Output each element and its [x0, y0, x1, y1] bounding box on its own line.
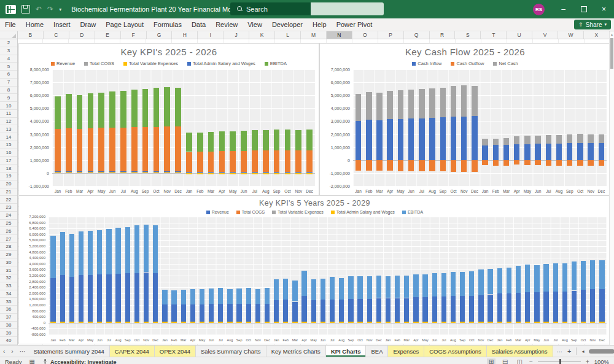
row-header-24[interactable]: 24: [0, 212, 17, 220]
column-header-R[interactable]: R: [430, 31, 456, 39]
row-header-21[interactable]: 21: [0, 188, 17, 196]
new-sheet-button[interactable]: +: [567, 347, 571, 355]
row-header-19[interactable]: 19: [0, 172, 17, 180]
row-header-4[interactable]: 4: [0, 55, 17, 63]
column-header-F[interactable]: F: [121, 31, 147, 39]
row-header-40[interactable]: 40: [0, 337, 17, 345]
column-header-G[interactable]: G: [147, 31, 173, 39]
row-header-20[interactable]: 20: [0, 180, 17, 188]
column-header-T[interactable]: T: [481, 31, 507, 39]
row-header-2[interactable]: 2: [0, 39, 17, 47]
column-header-V[interactable]: V: [532, 31, 558, 39]
column-header-L[interactable]: L: [275, 31, 301, 39]
column-header-Q[interactable]: Q: [404, 31, 430, 39]
ribbon-tab-file[interactable]: File: [0, 19, 21, 31]
row-header-3[interactable]: 3: [0, 47, 17, 55]
excel-app-icon[interactable]: [6, 5, 16, 14]
select-all-corner[interactable]: [0, 31, 18, 39]
zoom-slider[interactable]: [538, 362, 581, 362]
row-header-17[interactable]: 17: [0, 157, 17, 165]
row-header-36[interactable]: 36: [0, 306, 17, 314]
customize-qat-icon[interactable]: ▾: [59, 7, 61, 12]
ribbon-tab-page-layout[interactable]: Page Layout: [101, 19, 149, 31]
row-header-9[interactable]: 9: [0, 94, 17, 102]
sheet-tab-expenses[interactable]: Expenses: [388, 346, 424, 357]
sheet-tab-capex-2044[interactable]: CAPEX 2044: [110, 346, 155, 357]
column-header-X[interactable]: X: [584, 31, 610, 39]
row-header-10[interactable]: 10: [0, 102, 17, 110]
sheet-tab-kpi-charts[interactable]: KPI Charts: [326, 346, 367, 357]
sheet-tab-statements-summary-2044[interactable]: Statements Summary 2044: [29, 346, 110, 357]
ribbon-tab-help[interactable]: Help: [308, 19, 332, 31]
ribbon-tab-view[interactable]: View: [243, 19, 267, 31]
ribbon-tab-review[interactable]: Review: [211, 19, 243, 31]
row-header-27[interactable]: 27: [0, 235, 17, 243]
share-button[interactable]: ⇧ Share ▾: [574, 20, 611, 29]
row-header-37[interactable]: 37: [0, 314, 17, 322]
row-header-29[interactable]: 29: [0, 251, 17, 259]
row-header-35[interactable]: 35: [0, 298, 17, 306]
tab-splitter[interactable]: [576, 347, 577, 355]
column-header-D[interactable]: D: [69, 31, 95, 39]
row-header-32[interactable]: 32: [0, 274, 17, 282]
row-header-12[interactable]: 12: [0, 118, 17, 126]
column-header-U[interactable]: U: [507, 31, 532, 39]
row-header-25[interactable]: 25: [0, 220, 17, 228]
column-header-B[interactable]: B: [18, 31, 44, 39]
row-header-6[interactable]: 6: [0, 71, 17, 79]
row-header-14[interactable]: 14: [0, 133, 17, 141]
row-header-7[interactable]: 7: [0, 79, 17, 87]
column-header-H[interactable]: H: [172, 31, 198, 39]
restore-button[interactable]: [573, 0, 594, 18]
kpi-chart-5-years[interactable]: Key KPI's 5 Years 2025 - 2029RevenueTota…: [18, 195, 611, 344]
search-box[interactable]: Search: [230, 2, 384, 15]
minimize-button[interactable]: –: [553, 0, 573, 18]
horizontal-scroll-thumb[interactable]: [589, 349, 614, 354]
row-header-8[interactable]: 8: [0, 87, 17, 95]
column-header-O[interactable]: O: [352, 31, 378, 39]
page-break-view-icon[interactable]: ◫: [515, 358, 524, 364]
accessibility-status[interactable]: Accessibility: Investigate: [42, 359, 117, 364]
cash-flow-chart-2025-2026[interactable]: Key Cash Flow 2025 - 2026Cash InflowCash…: [319, 43, 611, 196]
ribbon-tab-formulas[interactable]: Formulas: [149, 19, 187, 31]
row-header-15[interactable]: 15: [0, 141, 17, 149]
column-header-N[interactable]: N: [327, 31, 352, 39]
ribbon-tab-power-pivot[interactable]: Power Pivot: [332, 19, 378, 31]
sheet-tab-sales-summary-charts[interactable]: Sales Summary Charts: [196, 346, 266, 357]
sheet-tab-salaries-assumptions[interactable]: Salaries Assumptions: [487, 346, 553, 357]
row-header-13[interactable]: 13: [0, 125, 17, 133]
column-header-M[interactable]: M: [301, 31, 327, 39]
undo-icon[interactable]: ↶: [36, 6, 42, 13]
page-layout-view-icon[interactable]: ▤: [500, 358, 510, 364]
zoom-out-button[interactable]: −: [529, 358, 533, 364]
sheet-tab-cogs-assumptions[interactable]: COGS Assumptions: [424, 346, 486, 357]
more-sheets-button[interactable]: ⋯: [557, 348, 563, 355]
ribbon-tab-insert[interactable]: Insert: [49, 19, 76, 31]
scroll-up-icon[interactable]: ▲: [610, 32, 614, 37]
column-header-C[interactable]: C: [44, 31, 69, 39]
tab-nav-control-1[interactable]: ›: [8, 346, 16, 357]
sheet-tab-opex-2044[interactable]: OPEX 2044: [155, 346, 196, 357]
row-header-34[interactable]: 34: [0, 290, 17, 298]
normal-view-icon[interactable]: ⊞: [487, 358, 495, 364]
tab-nav-control-2[interactable]: ⋯: [17, 346, 29, 357]
sheet-grid[interactable]: 2345678910111213141516171819202122232425…: [0, 39, 614, 345]
ribbon-tab-data[interactable]: Data: [187, 19, 211, 31]
column-header-J[interactable]: J: [223, 31, 249, 39]
save-icon[interactable]: [21, 5, 30, 14]
row-header-39[interactable]: 39: [0, 329, 17, 337]
row-header-16[interactable]: 16: [0, 149, 17, 157]
row-header-33[interactable]: 33: [0, 282, 17, 290]
macro-record-icon[interactable]: ▦: [29, 359, 34, 364]
row-header-28[interactable]: 28: [0, 243, 17, 251]
kpi-chart-2025-2026[interactable]: Key KPI's 2025 - 2026RevenueTotal COGSTo…: [18, 43, 319, 196]
zoom-in-button[interactable]: +: [586, 358, 589, 364]
row-header-38[interactable]: 38: [0, 322, 17, 330]
row-header-26[interactable]: 26: [0, 227, 17, 235]
row-header-23[interactable]: 23: [0, 204, 17, 212]
ribbon-tab-draw[interactable]: Draw: [76, 19, 101, 31]
zoom-level[interactable]: 100%: [594, 358, 609, 364]
hscroll-left-icon[interactable]: ◂: [581, 349, 584, 354]
row-header-18[interactable]: 18: [0, 165, 17, 172]
sheet-tab-key-metrics-charts[interactable]: Key Metrics Charts: [266, 346, 326, 357]
